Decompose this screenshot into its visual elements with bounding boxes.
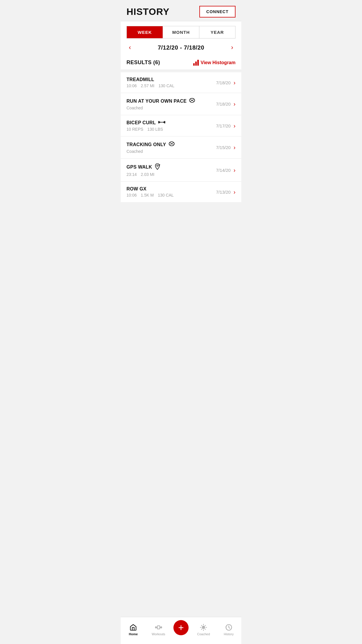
workout-info: RUN AT YOUR OWN PACE Coached xyxy=(126,98,216,110)
workout-list: TREADMILL 10:062.57 MI130 CAL 7/18/20 › … xyxy=(121,72,241,202)
workout-item[interactable]: ROW GX 10:061.5K M130 CAL 7/13/20 › xyxy=(121,182,241,202)
workout-coached-label: Coached xyxy=(126,106,216,110)
results-count-label: RESULTS (6) xyxy=(126,60,160,66)
workout-item[interactable]: BICEP CURL 10 REPS130 LBS 7/17/20 › xyxy=(121,115,241,136)
connect-button[interactable]: CONNECT xyxy=(199,6,236,18)
period-tabs: WEEK MONTH YEAR xyxy=(126,26,236,38)
workout-name: ROW GX xyxy=(126,186,216,192)
chevron-right-icon: › xyxy=(233,79,236,86)
workout-item[interactable]: TRACKING ONLY Coached 7/15/20 › xyxy=(121,136,241,159)
prev-date-button[interactable]: ‹ xyxy=(126,44,133,51)
chevron-right-icon: › xyxy=(233,101,236,107)
workout-meta: 7/18/20 › xyxy=(216,79,236,86)
svg-rect-4 xyxy=(159,122,160,123)
workout-stats: 23:142.03 MI xyxy=(126,172,216,177)
workout-date: 7/18/20 xyxy=(216,80,231,85)
histogram-icon xyxy=(193,60,199,66)
workout-meta: 7/13/20 › xyxy=(216,189,236,195)
chevron-right-icon: › xyxy=(233,167,236,174)
svg-point-2 xyxy=(191,100,193,101)
workout-date: 7/18/20 xyxy=(216,102,231,106)
svg-rect-7 xyxy=(164,121,165,123)
svg-point-10 xyxy=(171,143,172,144)
tab-month[interactable]: MONTH xyxy=(163,26,199,38)
tab-week[interactable]: WEEK xyxy=(127,26,163,38)
page-header: HISTORY CONNECT xyxy=(121,0,241,21)
workout-date: 7/17/20 xyxy=(216,123,231,128)
workout-info: ROW GX 10:061.5K M130 CAL xyxy=(126,186,216,197)
workout-name: RUN AT YOUR OWN PACE xyxy=(126,98,216,104)
workout-stats: 10 REPS130 LBS xyxy=(126,127,216,132)
next-date-button[interactable]: › xyxy=(229,44,236,51)
workout-date: 7/13/20 xyxy=(216,190,231,195)
svg-rect-6 xyxy=(163,122,164,123)
workout-stats: 10:062.57 MI130 CAL xyxy=(126,83,216,88)
svg-rect-5 xyxy=(160,122,163,123)
date-range-label: 7/12/20 - 7/18/20 xyxy=(158,44,204,51)
workout-name: GPS WALK xyxy=(126,163,216,171)
page-title: HISTORY xyxy=(126,6,169,17)
workout-date: 7/14/20 xyxy=(216,168,231,173)
workout-meta: 7/17/20 › xyxy=(216,123,236,129)
workout-name: TREADMILL xyxy=(126,77,216,82)
svg-point-12 xyxy=(159,164,160,165)
workout-meta: 7/14/20 › xyxy=(216,167,236,174)
workout-item[interactable]: TREADMILL 10:062.57 MI130 CAL 7/18/20 › xyxy=(121,72,241,93)
workout-info: TREADMILL 10:062.57 MI130 CAL xyxy=(126,77,216,88)
workout-info: TRACKING ONLY Coached xyxy=(126,141,216,154)
workout-meta: 7/15/20 › xyxy=(216,144,236,151)
workout-name: TRACKING ONLY xyxy=(126,141,216,148)
svg-point-11 xyxy=(157,165,158,167)
workout-name: BICEP CURL xyxy=(126,120,216,126)
chevron-right-icon: › xyxy=(233,123,236,129)
histogram-label: View Histogram xyxy=(201,60,236,65)
tabs-container: WEEK MONTH YEAR xyxy=(121,21,241,38)
results-header: RESULTS (6) View Histogram xyxy=(121,57,241,70)
workout-stats: 10:061.5K M130 CAL xyxy=(126,193,216,197)
date-navigation: ‹ 7/12/20 - 7/18/20 › xyxy=(121,38,241,57)
svg-rect-3 xyxy=(158,121,159,123)
workout-item[interactable]: GPS WALK 23:142.03 MI 7/14/20 › xyxy=(121,159,241,182)
workout-item[interactable]: RUN AT YOUR OWN PACE Coached 7/18/20 › xyxy=(121,93,241,115)
workout-coached-label: Coached xyxy=(126,149,216,154)
workout-info: GPS WALK 23:142.03 MI xyxy=(126,163,216,177)
run-icon xyxy=(189,98,195,104)
gps-icon xyxy=(154,163,160,171)
workout-date: 7/15/20 xyxy=(216,145,231,150)
run-icon xyxy=(168,141,175,148)
workout-meta: 7/18/20 › xyxy=(216,101,236,107)
dumbbell-icon xyxy=(158,120,165,126)
view-histogram-button[interactable]: View Histogram xyxy=(193,60,236,66)
chevron-right-icon: › xyxy=(233,144,236,151)
tab-year[interactable]: YEAR xyxy=(199,26,235,38)
chevron-right-icon: › xyxy=(233,189,236,195)
workout-info: BICEP CURL 10 REPS130 LBS xyxy=(126,120,216,132)
